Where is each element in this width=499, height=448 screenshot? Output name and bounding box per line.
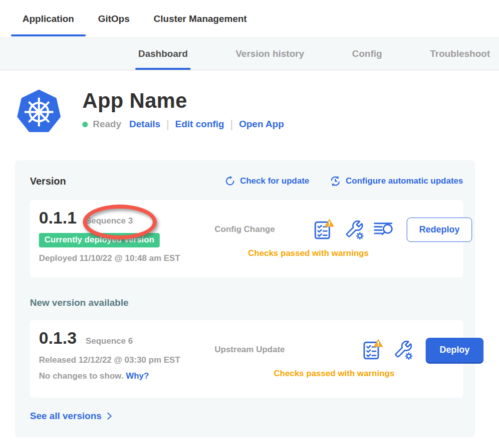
scheduled-update-icon — [329, 175, 341, 187]
details-link[interactable]: Details — [129, 119, 160, 130]
new-version-card: 0.1.3 Sequence 6 Released 12/12/22 @ 03:… — [30, 320, 463, 398]
check-for-update-label: Check for update — [240, 176, 309, 186]
top-tab-gitops[interactable]: GitOps — [98, 0, 129, 37]
top-tab-cluster-management[interactable]: Cluster Management — [154, 0, 247, 37]
tab-config[interactable]: Config — [352, 38, 382, 70]
currently-deployed-badge: Currently deployed version — [39, 233, 160, 247]
divider: | — [230, 118, 233, 131]
preflight-checks-icon[interactable] — [313, 219, 335, 240]
current-version-sequence: Sequence 3 — [86, 216, 133, 226]
chevron-right-icon — [105, 412, 114, 421]
gear-icon — [406, 353, 412, 359]
new-version-heading: New version available — [30, 297, 463, 308]
released-timestamp: Released 12/12/22 @ 03:30 pm EST — [39, 355, 215, 365]
preflight-checks-icon[interactable] — [362, 339, 384, 361]
gear-icon — [357, 232, 363, 239]
version-panel-title: Version — [30, 176, 66, 187]
view-diff-icon[interactable] — [373, 219, 395, 240]
new-checks-status: Checks passed with warnings — [215, 369, 454, 379]
configure-automatic-updates-label: Configure automatic updates — [346, 176, 463, 186]
edit-config-link[interactable]: Edit config — [175, 119, 224, 130]
new-version-sequence: Sequence 6 — [86, 336, 133, 346]
no-changes-text: No changes to show. Why? — [39, 371, 215, 381]
app-sub-nav: Dashboard Version history Config Trouble… — [0, 38, 499, 70]
top-nav: Application GitOps Cluster Management — [0, 0, 499, 38]
current-version-source: Config Change — [215, 224, 307, 234]
open-app-link[interactable]: Open App — [239, 119, 284, 130]
see-all-versions-link[interactable]: See all versions — [30, 411, 114, 422]
kubernetes-logo — [16, 88, 61, 136]
current-version-card: 0.1.1 Sequence 3 Currently deployed vers… — [30, 200, 463, 277]
deployed-timestamp: Deployed 11/10/22 @ 10:48 am EST — [39, 253, 215, 263]
new-version-source: Upstream Update — [215, 345, 307, 355]
tab-dashboard[interactable]: Dashboard — [138, 38, 188, 70]
current-checks-status: Checks passed with warnings — [215, 248, 402, 258]
top-tab-application[interactable]: Application — [22, 0, 74, 37]
redeploy-button[interactable]: Redeploy — [407, 218, 472, 242]
divider: | — [166, 118, 169, 131]
no-changes-label: No changes to show. — [39, 371, 123, 381]
edit-config-wrench-icon[interactable] — [343, 219, 365, 240]
refresh-icon — [225, 176, 236, 187]
current-version-number: 0.1.1 — [39, 208, 77, 227]
tab-version-history[interactable]: Version history — [236, 38, 304, 70]
edit-config-wrench-icon[interactable] — [392, 339, 414, 361]
app-header: App Name Ready Details | Edit config | O… — [16, 88, 499, 136]
deploy-button[interactable]: Deploy — [426, 338, 484, 362]
check-for-update-link[interactable]: Check for update — [225, 176, 309, 187]
version-panel: Version Check for update — [15, 160, 475, 438]
page-title: App Name — [82, 89, 284, 113]
see-all-versions-label: See all versions — [30, 411, 102, 422]
ready-status-dot — [82, 122, 88, 127]
why-link[interactable]: Why? — [126, 371, 149, 381]
tab-troubleshoot[interactable]: Troubleshoot — [430, 38, 490, 70]
configure-automatic-updates-link[interactable]: Configure automatic updates — [329, 175, 463, 187]
new-version-number: 0.1.3 — [39, 328, 77, 348]
app-status: Ready — [93, 119, 121, 130]
